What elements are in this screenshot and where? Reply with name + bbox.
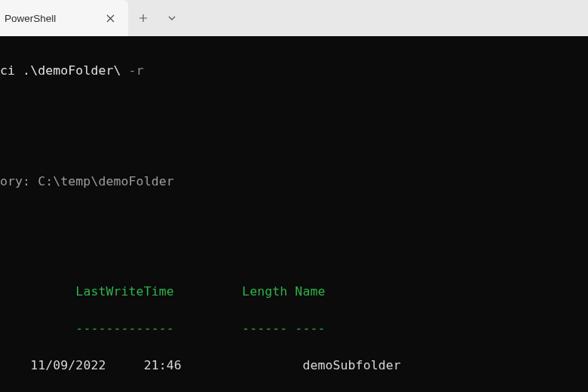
cmdlet: ci [0, 63, 23, 78]
flag: -r [129, 63, 144, 78]
table-row: 11/09/2022 21:46 demoSubfolder [0, 357, 588, 375]
titlebar: PowerShell [0, 0, 588, 36]
tab-dropdown-button[interactable] [158, 0, 186, 36]
directory-header: ory: C:\temp\demoFolder [0, 174, 174, 188]
close-icon[interactable] [100, 8, 121, 29]
tab-title: PowerShell [0, 13, 100, 24]
tab-powershell[interactable]: PowerShell [0, 0, 128, 36]
terminal-output[interactable]: ci .\demoFolder\ -r ory: C:\temp\demoFol… [0, 36, 588, 392]
new-tab-button[interactable] [129, 0, 158, 36]
column-header-line: LastWriteTime Length Name [0, 284, 326, 299]
column-dash-line: ------------- ------ ---- [0, 321, 326, 335]
path-arg: .\demoFolder\ [23, 63, 128, 78]
